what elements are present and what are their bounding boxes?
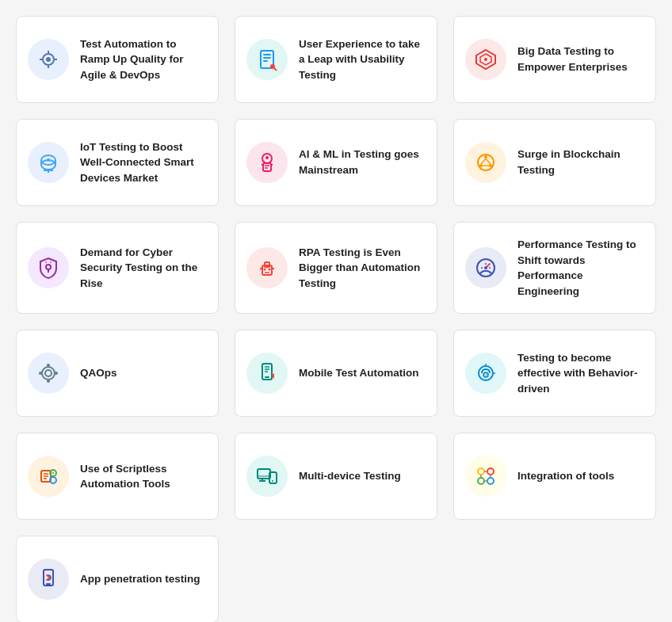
card-cyber-security[interactable]: Demand for Cyber Security Testing on the… — [16, 222, 219, 314]
svg-rect-9 — [263, 60, 268, 62]
performance-testing-label: Performance Testing to Shift towards Per… — [517, 237, 644, 299]
svg-point-83 — [487, 468, 494, 475]
app-penetration-label: App penetration testing — [80, 571, 200, 587]
rpa-testing-label: RPA Testing is Even Bigger than Automati… — [299, 245, 426, 292]
svg-point-42 — [264, 269, 266, 271]
card-performance-testing[interactable]: Performance Testing to Shift towards Per… — [453, 222, 656, 314]
svg-point-38 — [45, 261, 47, 263]
behavior-driven-label: Testing to become effective with Behavio… — [517, 350, 644, 397]
svg-point-53 — [42, 367, 55, 380]
svg-point-56 — [47, 380, 50, 383]
svg-point-58 — [55, 372, 58, 375]
cyber-security-label: Demand for Cyber Security Testing on the… — [80, 245, 207, 292]
card-multi-device[interactable]: Multi-device Testing — [235, 433, 437, 520]
svg-rect-8 — [263, 57, 271, 59]
svg-point-84 — [478, 478, 484, 484]
scriptless-label: Use of Scriptless Automation Tools — [80, 461, 207, 492]
mobile-ux-icon — [246, 39, 288, 80]
svg-point-19 — [47, 158, 50, 162]
card-big-data[interactable]: Big Data Testing to Empower Enterprises — [453, 16, 656, 103]
svg-point-57 — [39, 372, 42, 375]
svg-point-82 — [478, 468, 484, 475]
integration-tools-label: Integration of tools — [517, 468, 614, 484]
svg-rect-76 — [258, 469, 270, 479]
svg-point-14 — [484, 58, 487, 61]
svg-point-1 — [46, 57, 51, 62]
card-scriptless[interactable]: Use of Scriptless Automation Tools — [16, 433, 219, 520]
scriptless-tools-icon — [28, 456, 69, 497]
card-integration-tools[interactable]: Integration of tools — [453, 433, 656, 520]
svg-point-23 — [265, 156, 269, 159]
ai-brain-icon — [246, 142, 288, 183]
big-data-icon — [465, 39, 506, 80]
rpa-robot-icon — [246, 247, 288, 288]
card-user-experience[interactable]: User Experience to take a Leap with Usab… — [235, 16, 437, 103]
security-lock-icon — [28, 247, 69, 288]
svg-point-49 — [484, 266, 487, 269]
card-iot-testing[interactable]: IoT Testing to Boost Well-Connected Smar… — [16, 119, 219, 206]
card-ai-ml-testing[interactable]: AI & ML in Testing goes Mainstream — [235, 119, 437, 206]
card-rpa-testing[interactable]: RPA Testing is Even Bigger than Automati… — [235, 222, 437, 314]
svg-point-65 — [483, 372, 488, 377]
ai-ml-testing-label: AI & ML in Testing goes Mainstream — [299, 147, 426, 177]
card-blockchain[interactable]: Surge in Blockchain Testing — [453, 119, 656, 206]
svg-line-11 — [274, 68, 277, 71]
svg-point-39 — [50, 261, 52, 263]
iot-cloud-icon — [28, 142, 69, 183]
multi-device-icon — [246, 456, 288, 497]
card-qaops[interactable]: QAOps — [16, 330, 219, 417]
cards-grid: Test Automation to Ramp Up Quality for A… — [16, 16, 656, 622]
svg-point-30 — [484, 155, 487, 158]
svg-rect-24 — [263, 163, 271, 171]
svg-rect-7 — [263, 54, 271, 55]
card-app-penetration[interactable]: App penetration testing — [16, 536, 219, 622]
mobile-test-icon — [246, 353, 288, 394]
blockchain-gear-icon — [465, 142, 506, 183]
test-automation-label: Test Automation to Ramp Up Quality for A… — [80, 36, 207, 83]
integration-icon — [465, 456, 506, 497]
big-data-label: Big Data Testing to Empower Enterprises — [517, 44, 644, 74]
card-mobile-automation[interactable]: Mobile Test Automation — [235, 330, 437, 417]
card-test-automation[interactable]: Test Automation to Ramp Up Quality for A… — [16, 16, 219, 103]
multi-device-label: Multi-device Testing — [299, 468, 401, 484]
svg-point-55 — [47, 364, 50, 367]
svg-point-36 — [46, 265, 51, 269]
behavior-driven-icon — [465, 353, 506, 394]
iot-testing-label: IoT Testing to Boost Well-Connected Smar… — [80, 139, 207, 186]
svg-point-54 — [45, 370, 52, 376]
svg-point-43 — [269, 269, 271, 271]
mobile-automation-label: Mobile Test Automation — [299, 365, 419, 381]
card-behavior-driven[interactable]: Testing to become effective with Behavio… — [453, 330, 656, 417]
qaops-icon — [28, 353, 69, 394]
qaops-label: QAOps — [80, 365, 117, 381]
user-experience-label: User Experience to take a Leap with Usab… — [299, 36, 426, 83]
blockchain-label: Surge in Blockchain Testing — [517, 147, 644, 177]
automation-settings-icon — [28, 39, 69, 80]
svg-line-34 — [481, 158, 486, 164]
svg-line-33 — [486, 158, 491, 164]
svg-point-85 — [487, 478, 494, 484]
performance-gauge-icon — [465, 247, 506, 288]
app-penetration-icon — [28, 559, 69, 600]
